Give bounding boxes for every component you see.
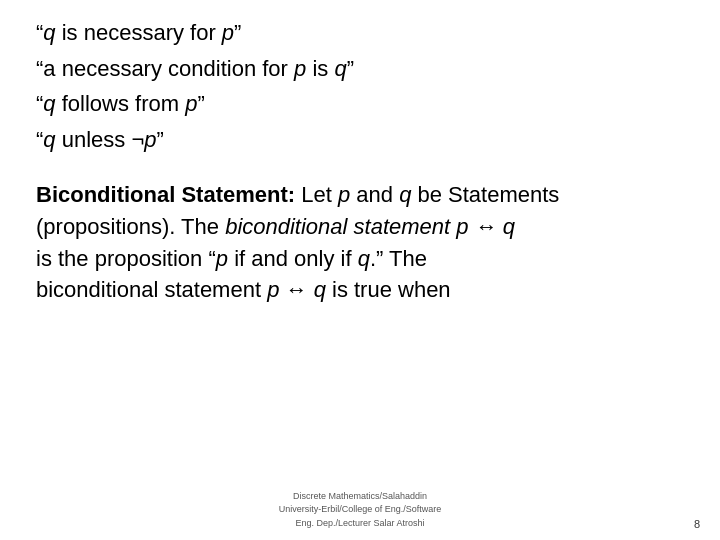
slide-number: 8 xyxy=(694,518,700,530)
line-q-necessary: “q is necessary for p” xyxy=(36,18,684,48)
biconditional-section: Biconditional Statement: Let p and q be … xyxy=(36,179,684,307)
footer-line2: University-Erbil/College of Eng./Softwar… xyxy=(279,504,442,514)
line-follows-from: “q follows from p” xyxy=(36,89,684,119)
biconditional-line2: (propositions). The biconditional statem… xyxy=(36,211,684,243)
line-a-necessary-condition: “a necessary condition for p is q” xyxy=(36,54,684,84)
footer: Discrete Mathematics/Salahaddin Universi… xyxy=(0,490,720,531)
footer-line1: Discrete Mathematics/Salahaddin xyxy=(293,491,427,501)
slide-content: “q is necessary for p” “a necessary cond… xyxy=(0,0,720,540)
biconditional-line3: is the proposition “p if and only if q.”… xyxy=(36,243,684,275)
footer-line3: Eng. Dep./Lecturer Salar Atroshi xyxy=(295,518,424,528)
biconditional-line1: Biconditional Statement: Let p and q be … xyxy=(36,179,684,211)
biconditional-line4: biconditional statement p ↔ q is true wh… xyxy=(36,274,684,306)
line-unless: “q unless ¬p” xyxy=(36,125,684,155)
